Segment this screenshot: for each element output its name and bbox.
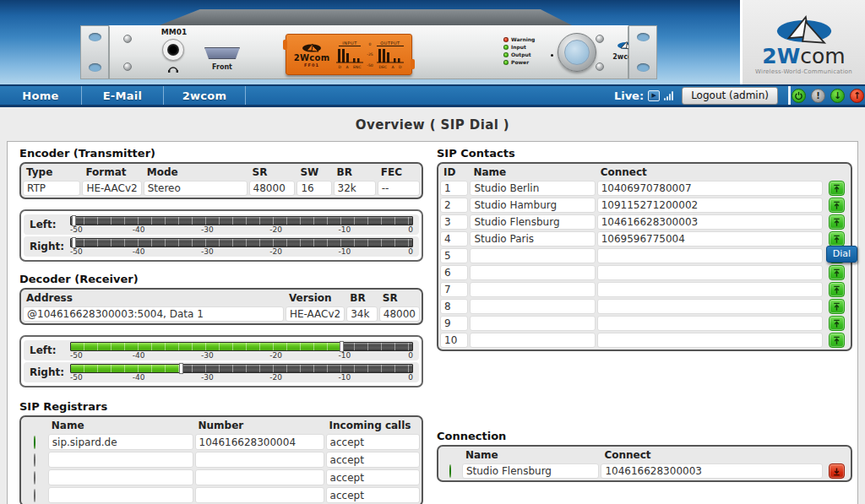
- decoder-version: HE-AACv2: [286, 306, 345, 322]
- contact-connect: [597, 248, 824, 263]
- nav-tab-home[interactable]: Home: [0, 86, 82, 105]
- brand-tagline: Wireless-World-Communication: [755, 68, 852, 75]
- page-title: Overview ( SIP Dial ): [0, 107, 865, 141]
- dial-button[interactable]: [829, 214, 845, 230]
- contact-row: 1 Studio Berlin 10406970780007: [440, 181, 849, 196]
- lcd-logo: 2Wcom FF01: [291, 37, 333, 72]
- connection-name: Studio Flensburg: [462, 463, 600, 479]
- decoder-sr: 48000: [379, 306, 420, 322]
- contact-row: 6: [440, 265, 849, 280]
- dial-button[interactable]: [829, 333, 845, 348]
- 2wcom-logo-icon: [300, 42, 324, 53]
- contact-row: 10: [440, 333, 849, 348]
- content-panel: Encoder (Transmitter) Type Format Mode S…: [7, 141, 858, 504]
- registrar-number: [195, 469, 324, 485]
- rack-hole: [89, 33, 101, 41]
- dial-button[interactable]: [829, 282, 845, 297]
- contact-col-dial: [824, 165, 849, 179]
- nav-tab-2wcom[interactable]: 2wcom: [164, 86, 246, 105]
- encoder-format: HE-AACv2: [82, 181, 141, 196]
- contact-col-id: ID: [440, 165, 468, 179]
- device-led-block: Warning Input Output Power: [503, 36, 535, 65]
- contact-row: 8: [440, 299, 849, 314]
- contact-row: 2 Studio Hamburg 109115271200002: [440, 198, 849, 213]
- decoder-col-br: BR: [346, 291, 378, 305]
- contact-connect: 10406970780007: [597, 181, 824, 196]
- connection-status-led: [449, 464, 451, 478]
- decoder-right-meter: Right: -50-40-30-20-100: [24, 362, 419, 382]
- dial-button[interactable]: [829, 231, 845, 247]
- input-led: [503, 45, 509, 50]
- rack-ear-right: [628, 25, 657, 79]
- dial-button[interactable]: [829, 181, 845, 196]
- phone-pickup-icon: [832, 302, 841, 312]
- contact-id: 4: [440, 231, 468, 247]
- registrar-number: 104616628300004: [195, 434, 324, 450]
- banner: MM01 Front 2Wcom FF01: [0, 0, 865, 84]
- nav-spacer: [246, 86, 614, 105]
- connection-col-connect: Connect: [601, 448, 823, 462]
- contact-id: 8: [440, 299, 468, 314]
- decoder-col-version: Version: [286, 291, 345, 305]
- phone-pickup-icon: [832, 319, 841, 328]
- nav-tab-email[interactable]: E-Mail: [82, 86, 164, 105]
- encoder-table: Type Format Mode SR SW BR FEC RTP HE-AAC…: [19, 162, 423, 199]
- screw-icon: [123, 35, 132, 43]
- encoder-col-type: Type: [23, 165, 80, 179]
- lcd-output-bars: [375, 46, 405, 65]
- screw-icon: [123, 62, 132, 71]
- registrar-number: [195, 452, 324, 468]
- connection-col-status: [440, 448, 460, 462]
- contact-id: 7: [440, 282, 468, 297]
- device-top-face: [124, 9, 597, 26]
- lcd-input-channels: D A ENC: [339, 65, 362, 69]
- level-marker: [72, 215, 76, 226]
- decoder-left-meter: Left: -50-40-30-20-100: [24, 340, 419, 360]
- encoder-row: RTP HE-AACv2 Stereo 48000 16 32k --: [23, 181, 420, 196]
- lcd-input-bars: [335, 46, 365, 65]
- phone-pickup-icon: [832, 268, 841, 278]
- device-front-panel: MM01 Front 2Wcom FF01: [109, 25, 628, 79]
- phone-pickup-icon: [832, 336, 841, 345]
- registrar-name: sip.sipard.de: [48, 434, 193, 450]
- registrar-name: [48, 452, 193, 468]
- decoder-br: 34k: [346, 306, 378, 322]
- status-icon-group: ! ↓ ↑: [791, 86, 865, 105]
- phone-pickup-icon: [832, 235, 841, 244]
- contact-connect: 104616628300003: [597, 214, 824, 230]
- serial-port: [204, 47, 240, 59]
- encoder-col-br: BR: [334, 165, 376, 179]
- warning-status-icon: !: [811, 89, 825, 103]
- dial-button[interactable]: [829, 316, 845, 331]
- registrar-status-led: [34, 489, 35, 502]
- registrar-row: accept: [23, 452, 420, 468]
- dial-button[interactable]: [829, 299, 845, 314]
- brand-wordmark: 2Wcom: [762, 46, 845, 67]
- contact-col-name: Name: [470, 165, 595, 179]
- contact-name: [470, 248, 595, 263]
- decoder-table: Address Version BR SR @104616628300003:5…: [19, 288, 423, 325]
- encoder-sw: 16: [296, 181, 331, 196]
- contact-id: 9: [440, 316, 468, 331]
- serial-port-label: Front: [199, 63, 245, 71]
- headphone-icon: [167, 65, 179, 73]
- encoder-col-mode: Mode: [144, 165, 248, 179]
- power-status-icon: [792, 89, 806, 103]
- logout-button[interactable]: Logout (admin): [682, 87, 778, 105]
- registrar-number: [195, 487, 324, 503]
- contact-connect: [597, 282, 824, 297]
- registrar-col-number: Number: [195, 419, 324, 432]
- decoder-col-sr: SR: [379, 291, 420, 305]
- decoder-heading: Decoder (Receiver): [19, 273, 423, 285]
- registrar-col-name: Name: [48, 419, 193, 432]
- phone-pickup-icon: [832, 201, 841, 210]
- meter-scale: -50-40-30-20-100: [70, 351, 413, 360]
- left-column: Encoder (Transmitter) Type Format Mode S…: [19, 147, 423, 504]
- play-icon[interactable]: ▶: [648, 90, 660, 101]
- disconnect-button[interactable]: [829, 463, 845, 479]
- meter-scale: -50-40-30-20-100: [70, 247, 413, 256]
- contact-id: 3: [440, 214, 468, 230]
- sip-registrars-heading: SIP Registrars: [19, 400, 423, 413]
- dial-button[interactable]: [829, 265, 845, 280]
- dial-button[interactable]: [829, 198, 845, 213]
